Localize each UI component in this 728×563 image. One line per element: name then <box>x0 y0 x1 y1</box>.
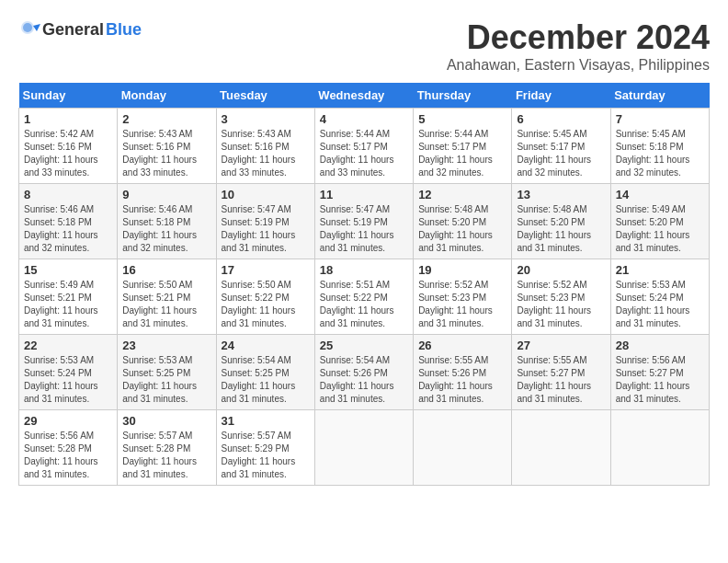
calendar-cell: 22Sunrise: 5:53 AMSunset: 5:24 PMDayligh… <box>19 335 118 410</box>
day-number: 25 <box>320 339 408 352</box>
title-section: December 2024 Anahawan, Eastern Visayas,… <box>447 18 710 74</box>
day-info: Sunrise: 5:48 AMSunset: 5:20 PMDaylight:… <box>418 203 506 255</box>
day-header-thursday: Thursday <box>414 83 512 109</box>
day-number: 9 <box>122 188 210 201</box>
calendar-cell: 31Sunrise: 5:57 AMSunset: 5:29 PMDayligh… <box>216 410 314 486</box>
calendar-cell: 25Sunrise: 5:54 AMSunset: 5:26 PMDayligh… <box>314 335 413 410</box>
calendar-cell: 2Sunrise: 5:43 AMSunset: 5:16 PMDaylight… <box>118 109 216 184</box>
day-number: 31 <box>222 414 310 428</box>
day-number: 27 <box>517 339 605 352</box>
calendar-cell: 6Sunrise: 5:45 AMSunset: 5:17 PMDaylight… <box>512 109 610 184</box>
day-header-monday: Monday <box>118 83 216 109</box>
day-number: 24 <box>222 339 310 352</box>
calendar-cell: 16Sunrise: 5:50 AMSunset: 5:21 PMDayligh… <box>118 259 216 335</box>
day-number: 10 <box>222 188 310 201</box>
day-number: 17 <box>222 263 310 277</box>
day-number: 28 <box>616 339 704 352</box>
day-info: Sunrise: 5:44 AMSunset: 5:17 PMDaylight:… <box>418 128 506 179</box>
logo: General Blue <box>18 18 142 40</box>
day-info: Sunrise: 5:57 AMSunset: 5:28 PMDaylight:… <box>122 430 210 481</box>
day-info: Sunrise: 5:45 AMSunset: 5:18 PMDaylight:… <box>616 128 704 179</box>
day-header-tuesday: Tuesday <box>216 83 314 109</box>
calendar-table: SundayMondayTuesdayWednesdayThursdayFrid… <box>18 83 710 486</box>
day-number: 5 <box>418 112 506 126</box>
calendar-header-row: SundayMondayTuesdayWednesdayThursdayFrid… <box>19 83 710 109</box>
day-number: 26 <box>418 339 506 352</box>
calendar-week-row: 15Sunrise: 5:49 AMSunset: 5:21 PMDayligh… <box>19 259 710 335</box>
day-header-saturday: Saturday <box>610 83 709 109</box>
calendar-cell: 29Sunrise: 5:56 AMSunset: 5:28 PMDayligh… <box>19 410 118 486</box>
calendar-cell: 28Sunrise: 5:56 AMSunset: 5:27 PMDayligh… <box>610 335 709 410</box>
day-number: 22 <box>24 339 112 352</box>
calendar-cell: 8Sunrise: 5:46 AMSunset: 5:18 PMDaylight… <box>19 184 118 259</box>
day-number: 6 <box>517 112 605 126</box>
day-info: Sunrise: 5:49 AMSunset: 5:20 PMDaylight:… <box>616 203 704 255</box>
day-info: Sunrise: 5:44 AMSunset: 5:17 PMDaylight:… <box>320 128 408 179</box>
day-info: Sunrise: 5:42 AMSunset: 5:16 PMDaylight:… <box>24 128 112 179</box>
calendar-cell: 9Sunrise: 5:46 AMSunset: 5:18 PMDaylight… <box>118 184 216 259</box>
day-number: 7 <box>616 112 704 126</box>
day-number: 23 <box>122 339 210 352</box>
day-info: Sunrise: 5:50 AMSunset: 5:21 PMDaylight:… <box>122 279 210 330</box>
day-header-friday: Friday <box>512 83 610 109</box>
day-info: Sunrise: 5:48 AMSunset: 5:20 PMDaylight:… <box>517 203 605 255</box>
calendar-body: 1Sunrise: 5:42 AMSunset: 5:16 PMDaylight… <box>19 109 710 486</box>
day-number: 12 <box>418 188 506 201</box>
calendar-cell: 12Sunrise: 5:48 AMSunset: 5:20 PMDayligh… <box>414 184 512 259</box>
calendar-cell: 23Sunrise: 5:53 AMSunset: 5:25 PMDayligh… <box>118 335 216 410</box>
page-header: General Blue December 2024 Anahawan, Eas… <box>18 18 710 74</box>
day-info: Sunrise: 5:47 AMSunset: 5:19 PMDaylight:… <box>222 203 310 255</box>
day-info: Sunrise: 5:52 AMSunset: 5:23 PMDaylight:… <box>418 279 506 330</box>
day-info: Sunrise: 5:53 AMSunset: 5:24 PMDaylight:… <box>24 354 112 406</box>
day-info: Sunrise: 5:56 AMSunset: 5:28 PMDaylight:… <box>24 430 112 481</box>
calendar-cell: 1Sunrise: 5:42 AMSunset: 5:16 PMDaylight… <box>19 109 118 184</box>
calendar-cell: 21Sunrise: 5:53 AMSunset: 5:24 PMDayligh… <box>610 259 709 335</box>
day-number: 11 <box>320 188 408 201</box>
day-info: Sunrise: 5:53 AMSunset: 5:24 PMDaylight:… <box>616 279 704 330</box>
day-number: 8 <box>24 188 112 201</box>
day-info: Sunrise: 5:56 AMSunset: 5:27 PMDaylight:… <box>616 354 704 406</box>
calendar-cell: 19Sunrise: 5:52 AMSunset: 5:23 PMDayligh… <box>414 259 512 335</box>
calendar-week-row: 1Sunrise: 5:42 AMSunset: 5:16 PMDaylight… <box>19 109 710 184</box>
calendar-cell: 3Sunrise: 5:43 AMSunset: 5:16 PMDaylight… <box>216 109 314 184</box>
calendar-cell: 18Sunrise: 5:51 AMSunset: 5:22 PMDayligh… <box>314 259 413 335</box>
calendar-cell <box>610 410 709 486</box>
day-number: 15 <box>24 263 112 277</box>
day-info: Sunrise: 5:55 AMSunset: 5:27 PMDaylight:… <box>517 354 605 406</box>
day-number: 14 <box>616 188 704 201</box>
calendar-cell: 11Sunrise: 5:47 AMSunset: 5:19 PMDayligh… <box>314 184 413 259</box>
calendar-cell: 15Sunrise: 5:49 AMSunset: 5:21 PMDayligh… <box>19 259 118 335</box>
day-number: 13 <box>517 188 605 201</box>
day-number: 2 <box>122 112 210 126</box>
day-info: Sunrise: 5:49 AMSunset: 5:21 PMDaylight:… <box>24 279 112 330</box>
day-number: 30 <box>122 414 210 428</box>
calendar-cell: 17Sunrise: 5:50 AMSunset: 5:22 PMDayligh… <box>216 259 314 335</box>
day-info: Sunrise: 5:43 AMSunset: 5:16 PMDaylight:… <box>122 128 210 179</box>
logo-blue-text: Blue <box>106 20 142 40</box>
day-info: Sunrise: 5:52 AMSunset: 5:23 PMDaylight:… <box>517 279 605 330</box>
day-header-wednesday: Wednesday <box>314 83 413 109</box>
calendar-cell: 20Sunrise: 5:52 AMSunset: 5:23 PMDayligh… <box>512 259 610 335</box>
calendar-cell: 24Sunrise: 5:54 AMSunset: 5:25 PMDayligh… <box>216 335 314 410</box>
calendar-cell <box>414 410 512 486</box>
day-info: Sunrise: 5:46 AMSunset: 5:18 PMDaylight:… <box>122 203 210 255</box>
calendar-cell: 14Sunrise: 5:49 AMSunset: 5:20 PMDayligh… <box>610 184 709 259</box>
calendar-cell: 10Sunrise: 5:47 AMSunset: 5:19 PMDayligh… <box>216 184 314 259</box>
calendar-cell: 13Sunrise: 5:48 AMSunset: 5:20 PMDayligh… <box>512 184 610 259</box>
calendar-cell: 27Sunrise: 5:55 AMSunset: 5:27 PMDayligh… <box>512 335 610 410</box>
day-number: 19 <box>418 263 506 277</box>
day-info: Sunrise: 5:53 AMSunset: 5:25 PMDaylight:… <box>122 354 210 406</box>
day-info: Sunrise: 5:54 AMSunset: 5:25 PMDaylight:… <box>222 354 310 406</box>
day-number: 21 <box>616 263 704 277</box>
calendar-cell: 7Sunrise: 5:45 AMSunset: 5:18 PMDaylight… <box>610 109 709 184</box>
calendar-week-row: 22Sunrise: 5:53 AMSunset: 5:24 PMDayligh… <box>19 335 710 410</box>
day-number: 1 <box>24 112 112 126</box>
calendar-cell: 30Sunrise: 5:57 AMSunset: 5:28 PMDayligh… <box>118 410 216 486</box>
calendar-week-row: 29Sunrise: 5:56 AMSunset: 5:28 PMDayligh… <box>19 410 710 486</box>
day-info: Sunrise: 5:57 AMSunset: 5:29 PMDaylight:… <box>222 430 310 481</box>
day-number: 18 <box>320 263 408 277</box>
logo-icon <box>18 18 40 40</box>
logo-general-text: General <box>42 20 104 40</box>
calendar-cell: 4Sunrise: 5:44 AMSunset: 5:17 PMDaylight… <box>314 109 413 184</box>
day-info: Sunrise: 5:55 AMSunset: 5:26 PMDaylight:… <box>418 354 506 406</box>
